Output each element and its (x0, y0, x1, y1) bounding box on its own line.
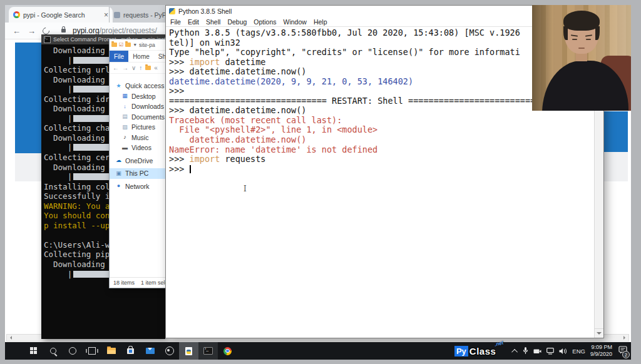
language-indicator[interactable]: ENG (572, 348, 585, 355)
taskbar-button-python-idle[interactable] (179, 342, 198, 360)
taskbar-button-search[interactable] (43, 342, 63, 360)
explorer-sidebar-item-documents[interactable]: ▤Documents (110, 112, 170, 123)
microphone-icon[interactable] (523, 347, 528, 355)
taskbar-button-command-prompt[interactable] (198, 342, 218, 360)
sidebar-item-label: OneDrive (125, 157, 153, 164)
shell-line: Traceback (most recent call last): (169, 116, 603, 126)
clock[interactable]: 9:09 PM 9/9/2020 (590, 344, 612, 358)
action-center-icon[interactable]: 2 (618, 345, 627, 356)
scroll-right-icon[interactable] (623, 336, 627, 340)
menu-help[interactable]: Help (314, 18, 327, 26)
up-icon[interactable]: ↑ (139, 64, 142, 71)
presenter-hair (563, 11, 600, 31)
taskbar-button-chrome[interactable] (218, 342, 237, 360)
shell-line: >>> import requests (169, 154, 603, 164)
display-icon[interactable] (546, 348, 554, 355)
scroll-down-icon[interactable] (595, 328, 603, 338)
eyebrow (571, 34, 578, 37)
speaker-icon[interactable] (559, 348, 567, 355)
scroll-left-icon[interactable] (8, 336, 12, 340)
clock-time: 9:09 PM (591, 344, 612, 350)
sidebar-item-label: Pictures (131, 123, 155, 131)
menu-shell[interactable]: Shell (206, 18, 220, 26)
shell-line: NameError: name 'datetime' is not define… (169, 145, 603, 155)
video-icon: ▬ (121, 145, 128, 151)
taskbar-button-start[interactable] (24, 342, 43, 360)
cloud-icon: ☁ (115, 158, 122, 163)
explorer-sidebar-item-this-pc[interactable]: ▣This PC (110, 168, 170, 179)
back-icon[interactable]: ← (113, 64, 119, 71)
pypi-section-right (601, 152, 628, 181)
taskbar-button-store[interactable] (121, 342, 140, 360)
python-idle-icon (185, 347, 192, 355)
explorer-sidebar: ★Quick access▦Desktop↓Downloads▤Document… (110, 72, 170, 277)
forward-icon[interactable]: → (122, 64, 128, 71)
shell-line: >>> (169, 164, 603, 174)
chevron-down-icon[interactable]: ∨ (131, 64, 136, 71)
address-bar[interactable]: pypi.org/project/requests/ (73, 26, 157, 35)
explorer-sidebar-item-quick-access[interactable]: ★Quick access (110, 81, 170, 91)
pypi-section-left (15, 153, 44, 181)
taskbar-button-task-view[interactable] (82, 342, 101, 360)
explorer-sidebar-item-onedrive[interactable]: ☁OneDrive (110, 156, 170, 166)
chrome-icon (223, 347, 232, 355)
taskbar-button-obs[interactable] (160, 342, 179, 360)
url-path: /project/requests/ (100, 26, 157, 35)
clock-date: 9/9/2020 (590, 351, 612, 357)
music-icon: ♪ (121, 134, 128, 140)
back-icon[interactable]: ← (13, 27, 21, 35)
explorer-status-bar: 18 items 1 item selec (110, 277, 170, 288)
pyclass-py-logo: Py (454, 346, 468, 356)
explorer-sidebar-item-downloads[interactable]: ↓Downloads (110, 101, 170, 112)
sidebar-item-label: Videos (131, 144, 151, 151)
shell-line: File "<pyshell#2>", line 1, in <module> (169, 125, 603, 135)
desktop-icon: ▦ (121, 93, 128, 99)
text-cursor (190, 165, 191, 173)
command-prompt-icon (203, 347, 213, 355)
lock-icon (61, 29, 66, 33)
menu-window[interactable]: Window (284, 18, 307, 26)
explorer-window-title: site-pa (139, 42, 155, 48)
explorer-sidebar-item-desktop[interactable]: ▦Desktop (110, 91, 170, 102)
taskbar-button-file-explorer[interactable] (101, 342, 121, 360)
ribbon-tab-file[interactable]: File (110, 51, 128, 62)
menu-edit[interactable]: Edit (188, 18, 199, 26)
camera-icon[interactable] (533, 348, 541, 354)
forward-icon[interactable]: → (28, 27, 36, 35)
tab-close-icon[interactable]: × (104, 11, 108, 19)
chevron-down-icon[interactable]: ▼ (133, 43, 137, 47)
task-view-icon (88, 347, 96, 355)
explorer-quick-access-toolbar: ☑ ▼ site-pa (110, 39, 170, 51)
file-explorer-window: ☑ ▼ site-pa FileHomeSha ← → ∨ ↑ « ★Quick… (109, 39, 170, 288)
shell-line: datetime.datetime.now() (169, 135, 603, 145)
menu-debug[interactable]: Debug (227, 18, 247, 26)
python-shell-title: Python 3.8.5 Shell (178, 8, 232, 15)
python-icon (169, 8, 175, 14)
taskbar-button-mail[interactable] (140, 342, 160, 360)
browser-tab-google-search[interactable]: pypi - Google Search × (9, 7, 113, 23)
explorer-sidebar-item-music[interactable]: ♪Music (110, 133, 170, 143)
start-icon (30, 347, 38, 355)
folder-icon (145, 66, 151, 70)
properties-check-icon[interactable]: ☑ (119, 43, 123, 48)
show-hidden-icons-chevron[interactable] (511, 348, 518, 355)
pypi-banner-left (15, 43, 44, 153)
star-icon: ★ (115, 83, 122, 89)
menu-file[interactable]: File (170, 18, 181, 26)
sidebar-item-label: Documents (131, 113, 165, 121)
tab-title: pypi - Google Search (23, 11, 85, 19)
google-favicon (13, 11, 20, 18)
file-explorer-icon (107, 348, 116, 354)
ribbon-tab-home[interactable]: Home (128, 51, 154, 62)
explorer-sidebar-item-network[interactable]: ●Network (110, 181, 170, 192)
sidebar-item-label: Downloads (131, 103, 164, 110)
explorer-sidebar-item-pictures[interactable]: ▨Pictures (110, 122, 170, 133)
explorer-sidebar-item-videos[interactable]: ▬Videos (110, 143, 170, 153)
system-tray: ENG 9:09 PM 9/9/2020 2 (505, 342, 631, 360)
menu-options[interactable]: Options (254, 18, 276, 26)
mouth (578, 48, 585, 49)
obs-icon (165, 346, 174, 355)
pyclass-class-text: Class (469, 346, 496, 356)
taskbar-button-cortana[interactable] (63, 342, 82, 360)
picture-icon: ▨ (121, 124, 128, 130)
